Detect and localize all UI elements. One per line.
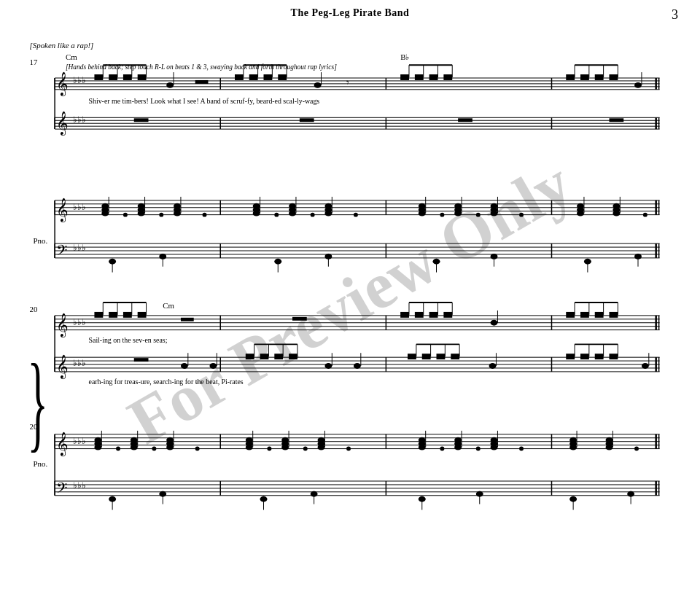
svg-point-283 <box>152 447 156 451</box>
svg-rect-37 <box>443 74 452 80</box>
svg-rect-11 <box>94 74 103 80</box>
svg-rect-240 <box>451 354 459 359</box>
svg-point-287 <box>246 445 253 450</box>
svg-point-133 <box>643 213 648 217</box>
cm-chord-1: Cm <box>66 52 77 61</box>
svg-rect-14 <box>138 74 147 80</box>
svg-point-92 <box>123 213 128 217</box>
cm-chord-2: Cm <box>163 301 174 310</box>
svg-point-235 <box>354 363 361 369</box>
bass-clef-2: 𝄢 <box>56 480 67 499</box>
svg-rect-191 <box>443 312 452 318</box>
svg-rect-251 <box>610 354 618 359</box>
svg-point-32 <box>314 82 322 88</box>
svg-point-302 <box>419 445 426 450</box>
svg-point-299 <box>346 447 351 451</box>
svg-point-312 <box>440 447 444 451</box>
key-sig-pno: ♭♭♭ <box>73 202 86 212</box>
treble-clef-s2: 𝄞 <box>56 313 69 338</box>
svg-rect-13 <box>123 74 132 80</box>
svg-point-197 <box>491 320 498 326</box>
svg-rect-180 <box>138 312 147 318</box>
svg-rect-224 <box>246 354 254 359</box>
svg-rect-187 <box>292 317 307 321</box>
svg-rect-190 <box>429 312 438 318</box>
svg-rect-179 <box>123 312 132 318</box>
svg-rect-238 <box>422 354 431 359</box>
svg-point-276 <box>131 445 138 450</box>
svg-point-108 <box>311 213 315 217</box>
svg-point-233 <box>324 363 332 369</box>
svg-point-123 <box>476 213 481 217</box>
svg-rect-36 <box>429 74 438 80</box>
svg-rect-45 <box>595 74 604 80</box>
svg-point-90 <box>174 211 181 216</box>
svg-rect-44 <box>580 74 589 80</box>
svg-rect-237 <box>408 354 416 359</box>
svg-point-101 <box>289 211 296 216</box>
svg-rect-43 <box>566 74 575 80</box>
spoken-direction: [Spoken like a rap!] <box>30 41 94 50</box>
svg-rect-239 <box>437 354 446 359</box>
key-sig-1: ♭♭♭ <box>73 75 86 85</box>
svg-point-222 <box>209 363 217 369</box>
svg-point-323 <box>634 447 639 451</box>
svg-rect-219 <box>134 358 149 362</box>
svg-rect-24 <box>249 74 258 80</box>
bass-clef-1: 𝄢 <box>56 243 67 262</box>
lyrics-3: earh-ing for treas-ure, search-ing for t… <box>89 378 244 386</box>
svg-point-82 <box>101 211 109 216</box>
svg-rect-26 <box>278 74 287 80</box>
svg-point-127 <box>577 211 584 216</box>
svg-rect-188 <box>400 312 409 318</box>
svg-rect-34 <box>400 74 409 80</box>
pno-label-1: Pno. <box>34 236 48 245</box>
key-sig-bass-2: ♭♭♭ <box>73 480 86 491</box>
pno-label-2: Pno. <box>34 459 48 468</box>
svg-rect-249 <box>580 354 589 359</box>
svg-rect-22 <box>195 80 209 84</box>
page-title: The Peg-Leg Pirate Band <box>0 0 700 19</box>
svg-rect-250 <box>595 354 604 359</box>
treble-clef-2: 𝄞 <box>56 111 69 136</box>
svg-point-94 <box>203 213 207 217</box>
svg-point-220 <box>181 363 188 369</box>
svg-point-93 <box>159 213 163 217</box>
svg-point-52 <box>634 82 642 88</box>
svg-point-291 <box>281 445 289 450</box>
svg-point-97 <box>253 211 260 216</box>
svg-point-295 <box>318 445 325 450</box>
svg-point-20 <box>166 82 174 88</box>
key-sig-s2b: ♭♭♭ <box>73 358 86 368</box>
svg-rect-225 <box>260 354 269 359</box>
svg-point-284 <box>195 447 200 451</box>
svg-rect-201 <box>595 312 604 318</box>
svg-point-120 <box>491 211 498 216</box>
svg-point-321 <box>606 445 613 450</box>
svg-rect-177 <box>94 312 103 318</box>
key-sig-s2: ♭♭♭ <box>73 317 86 327</box>
svg-rect-199 <box>566 312 575 318</box>
svg-rect-67 <box>458 118 472 122</box>
svg-rect-12 <box>109 74 117 80</box>
svg-point-306 <box>454 445 462 450</box>
svg-point-297 <box>267 447 271 451</box>
svg-point-116 <box>454 211 462 216</box>
svg-rect-46 <box>610 74 618 80</box>
svg-point-131 <box>612 211 620 216</box>
bb-chord: B♭ <box>400 52 409 61</box>
treble-clef-1: 𝄞 <box>56 71 69 97</box>
music-score: 17 [Spoken like a rap!] Cm B♭ [Hands beh… <box>15 20 685 596</box>
svg-point-112 <box>419 211 426 216</box>
svg-point-105 <box>324 211 332 216</box>
treble-clef-pno2: 𝄞 <box>56 432 69 457</box>
key-sig-pno2: ♭♭♭ <box>73 436 86 446</box>
svg-point-317 <box>569 445 577 450</box>
svg-point-313 <box>476 447 481 451</box>
key-sig-bass-1: ♭♭♭ <box>73 243 86 253</box>
svg-rect-35 <box>415 74 424 80</box>
svg-point-246 <box>489 363 497 369</box>
svg-rect-23 <box>235 74 244 80</box>
svg-rect-189 <box>415 312 424 318</box>
svg-point-109 <box>354 213 358 217</box>
